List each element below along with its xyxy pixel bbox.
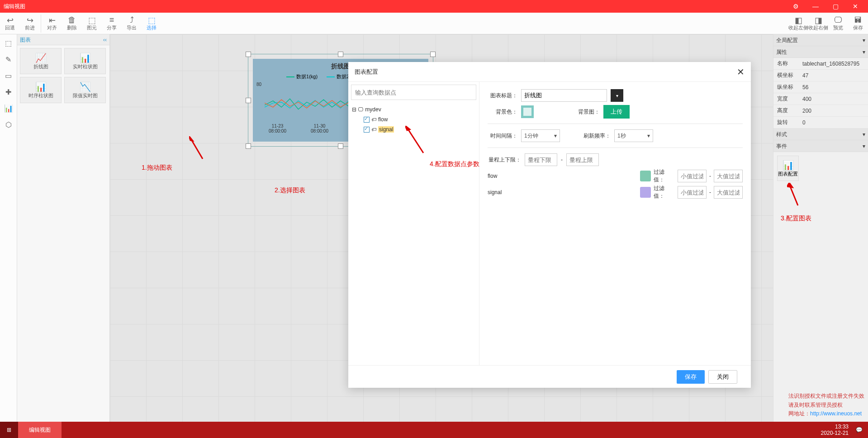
resize-handle[interactable] <box>430 52 436 57</box>
dialog-close-icon[interactable]: ✕ <box>737 67 745 77</box>
chart-palette: 图表‹‹ 📈折线图 📊实时柱状图 📊时序柱状图 📉限值实时图 <box>17 34 110 431</box>
prop-name[interactable]: tablechart_1608528795 <box>802 61 868 67</box>
event-header[interactable]: 事件 <box>776 140 787 152</box>
properties-panel: 全局配置▾ 属性▾ 名称tablechart_1608528795 横坐标47 … <box>773 34 868 431</box>
title-color-picker[interactable]: ▾ <box>611 89 623 102</box>
cube-icon[interactable]: ⬡ <box>3 119 14 130</box>
clock: 13:332020-12-21 <box>821 424 849 436</box>
chart-icon[interactable]: 📊 <box>3 102 14 114</box>
shapes-icon[interactable]: ⬚ <box>3 37 14 49</box>
resize-handle[interactable] <box>246 143 251 149</box>
attr-header[interactable]: 属性 <box>776 46 787 58</box>
maximize-button[interactable]: ▢ <box>826 0 844 13</box>
y-tick: 80 <box>256 82 261 87</box>
palette-collapse-icon[interactable]: ‹‹ <box>103 34 107 45</box>
left-icon-bar: ⬚ ✎ ▭ ✚ 📊 ⬡ <box>0 34 17 431</box>
datapoint-search-input[interactable] <box>351 85 476 100</box>
collapse-icon[interactable]: ▾ <box>863 140 865 152</box>
select-button[interactable]: ⬚选择 <box>142 15 161 31</box>
palette-realtime-bar[interactable]: 📊实时柱状图 <box>64 48 106 74</box>
tree-node-flow[interactable]: 🏷 flow <box>352 114 475 124</box>
chart-config-button[interactable]: 📊图表配置 <box>777 156 799 181</box>
settings-icon[interactable]: ⚙ <box>787 0 805 13</box>
datapoint-tree: ⊟ 🖵 mydev 🏷 flow 🏷 signal <box>348 103 479 136</box>
magic-icon[interactable]: ✎ <box>3 53 14 65</box>
range-low-input[interactable] <box>525 153 557 166</box>
prop-width[interactable]: 400 <box>802 96 868 102</box>
series-color-signal[interactable] <box>640 187 651 198</box>
element-button[interactable]: ⬚图元 <box>82 15 102 31</box>
minimize-button[interactable]: — <box>806 0 825 13</box>
dialog-save-button[interactable]: 保存 <box>677 370 705 384</box>
undo-button[interactable]: ↩回退 <box>0 15 20 31</box>
collapse-icon[interactable]: ▾ <box>863 34 865 46</box>
delete-button[interactable]: 🗑删除 <box>62 15 82 31</box>
collapse-left-button[interactable]: ◧收起左侧 <box>788 15 808 31</box>
chart-config-dialog: 图表配置 ✕ ⊟ 🖵 mydev 🏷 flow 🏷 signal 图表标题： ▾… <box>348 62 751 388</box>
refresh-select[interactable]: 1秒▾ <box>614 129 653 142</box>
share-button[interactable]: ≡分享 <box>102 15 122 31</box>
window-title: 编辑视图 <box>4 3 25 10</box>
interval-select[interactable]: 1分钟▾ <box>521 129 560 142</box>
filter-name-signal: signal <box>488 189 637 195</box>
signal-low-filter[interactable] <box>678 186 707 199</box>
collapse-right-button[interactable]: ◨收起右侧 <box>808 15 828 31</box>
layout-icon[interactable]: ▭ <box>3 70 14 81</box>
prop-height[interactable]: 200 <box>802 108 868 114</box>
annotation-2: 2.选择图表 <box>275 186 305 195</box>
palette-title: 图表 <box>20 34 31 45</box>
range-high-input[interactable] <box>566 153 599 166</box>
titlebar: 编辑视图 ⚙ — ▢ ✕ <box>0 0 868 13</box>
resize-handle[interactable] <box>246 98 251 103</box>
prop-rotate[interactable]: 0 <box>802 119 868 126</box>
global-config-header[interactable]: 全局配置 <box>776 34 798 46</box>
auth-warning: 法识别授权文件或注册文件失效 请及时联系管理员授权 网地址：http://www… <box>788 392 864 418</box>
bg-color-picker[interactable] <box>521 105 534 118</box>
flow-low-filter[interactable] <box>678 170 707 182</box>
taskbar: ⊞ 编辑视图 13:332020-12-21 💬 <box>0 422 868 438</box>
annotation-1: 1.拖动图表 <box>142 164 172 172</box>
chart-title-input[interactable] <box>521 89 607 102</box>
tree-root[interactable]: ⊟ 🖵 mydev <box>352 105 475 114</box>
prop-y[interactable]: 56 <box>802 84 868 90</box>
resize-handle[interactable] <box>338 52 343 57</box>
tree-node-signal[interactable]: 🏷 signal <box>352 124 475 134</box>
filter-name-flow: flow <box>488 173 637 179</box>
dialog-close-button[interactable]: 关闭 <box>708 370 737 384</box>
resize-handle[interactable] <box>246 52 251 57</box>
collapse-icon[interactable]: ▾ <box>863 46 865 58</box>
puzzle-icon[interactable]: ✚ <box>3 86 14 98</box>
auth-url-link[interactable]: http://www.ineuos.net <box>810 410 862 417</box>
palette-limit-chart[interactable]: 📉限值实时图 <box>64 77 106 103</box>
start-button[interactable]: ⊞ <box>0 422 18 438</box>
taskbar-item[interactable]: 编辑视图 <box>18 422 62 438</box>
save-button[interactable]: 🖬保存 <box>848 15 868 31</box>
upload-button[interactable]: 上传 <box>603 105 630 119</box>
style-header[interactable]: 样式 <box>776 129 787 140</box>
redo-button[interactable]: ↪前进 <box>20 15 40 31</box>
close-button[interactable]: ✕ <box>846 0 864 13</box>
svg-line-1 <box>191 139 203 159</box>
prop-x[interactable]: 47 <box>802 72 868 79</box>
series-color-flow[interactable] <box>640 171 651 181</box>
signal-high-filter[interactable] <box>714 186 743 199</box>
resize-handle[interactable] <box>338 143 343 149</box>
export-button[interactable]: ⤴导出 <box>122 15 142 31</box>
palette-timeseries-bar[interactable]: 📊时序柱状图 <box>20 77 62 103</box>
palette-line-chart[interactable]: 📈折线图 <box>20 48 62 74</box>
toolbar: ↩回退 ↪前进 ⇤对齐 🗑删除 ⬚图元 ≡分享 ⤴导出 ⬚选择 ◧收起左侧 ◨收… <box>0 13 868 34</box>
collapse-icon[interactable]: ▾ <box>863 129 865 140</box>
preview-button[interactable]: 🖵预览 <box>828 15 848 31</box>
notification-icon[interactable]: 💬 <box>856 427 863 433</box>
align-button[interactable]: ⇤对齐 <box>42 15 62 31</box>
flow-high-filter[interactable] <box>714 170 743 182</box>
dialog-title: 图表配置 <box>355 68 378 76</box>
